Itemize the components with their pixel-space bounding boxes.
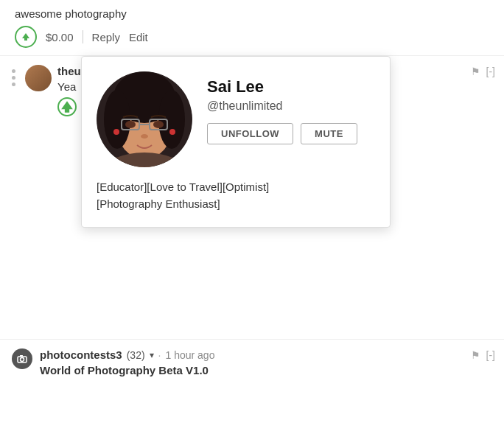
popup-name: Sai Lee	[207, 77, 375, 97]
svg-rect-19	[20, 355, 23, 357]
profile-popup: Sai Lee @theunlimited UNFOLLOW MUTE [Edu…	[81, 56, 391, 228]
reply-link[interactable]: Reply	[92, 31, 120, 43]
popup-avatar	[97, 71, 192, 167]
popup-avatar-svg	[97, 71, 192, 167]
comment2-avatar[interactable]	[12, 348, 32, 369]
page-container: awesome photography $0.00 Reply Edit	[0, 0, 504, 445]
mute-button[interactable]: MUTE	[301, 123, 357, 144]
popup-top: Sai Lee @theunlimited UNFOLLOW MUTE	[97, 71, 375, 167]
comment2-body: World of Photography Beta V1.0	[40, 364, 497, 376]
camera-icon	[14, 351, 30, 367]
svg-point-12	[153, 121, 164, 128]
comment1-avatar[interactable]	[25, 65, 52, 91]
unfollow-button[interactable]: UNFOLLOW	[207, 123, 293, 144]
edit-link[interactable]: Edit	[129, 31, 148, 43]
comment2-row: photocontests3 (32) ▾ · 1 hour ago ⚑ [-]…	[0, 339, 504, 384]
dot-indicators	[12, 69, 19, 86]
comment2-time: 1 hour ago	[165, 349, 214, 361]
svg-point-11	[125, 121, 136, 128]
dot-3	[12, 83, 15, 86]
popup-buttons: UNFOLLOW MUTE	[207, 123, 375, 144]
action-row: $0.00 Reply Edit	[15, 26, 489, 48]
comment2-collapse-button[interactable]: [-]	[485, 349, 497, 361]
comment1-upvote-button[interactable]	[57, 97, 77, 116]
dot-2	[12, 76, 15, 80]
divider	[83, 30, 83, 43]
vote-amount: $0.00	[46, 31, 74, 43]
popup-handle: @theunlimited	[207, 99, 375, 113]
svg-point-15	[169, 129, 175, 135]
upvote-button[interactable]	[15, 26, 37, 48]
comment2-content: photocontests3 (32) ▾ · 1 hour ago ⚑ [-]…	[40, 348, 497, 376]
comment1-collapse-button[interactable]: [-]	[485, 66, 497, 77]
comment2-reputation: (32)	[127, 349, 145, 361]
separator-dot-2: ·	[158, 349, 161, 361]
top-section: awesome photography $0.00 Reply Edit	[0, 0, 504, 56]
upvote-icon	[21, 32, 31, 42]
popup-bio: [Educator][Love to Travel][Optimist] [Ph…	[97, 179, 375, 212]
comment2-flag-icon[interactable]: ⚑	[471, 349, 480, 361]
comment2-username[interactable]: photocontests3	[40, 348, 122, 361]
comment1-flag-icon[interactable]: ⚑	[471, 66, 480, 77]
comment2-header: photocontests3 (32) ▾ · 1 hour ago ⚑ [-]	[40, 348, 497, 361]
comment2-dropdown-icon[interactable]: ▾	[150, 350, 154, 360]
svg-point-14	[113, 129, 119, 135]
dot-1	[12, 69, 15, 73]
post-text: awesome photography	[15, 7, 489, 20]
svg-point-16	[14, 351, 30, 367]
comment-section: theunlimited (37) ▾ · 10 minutes ago ⚑ […	[0, 56, 504, 125]
popup-info: Sai Lee @theunlimited UNFOLLOW MUTE	[207, 71, 375, 144]
svg-point-13	[141, 134, 148, 139]
comment1-upvote-icon	[59, 99, 75, 115]
